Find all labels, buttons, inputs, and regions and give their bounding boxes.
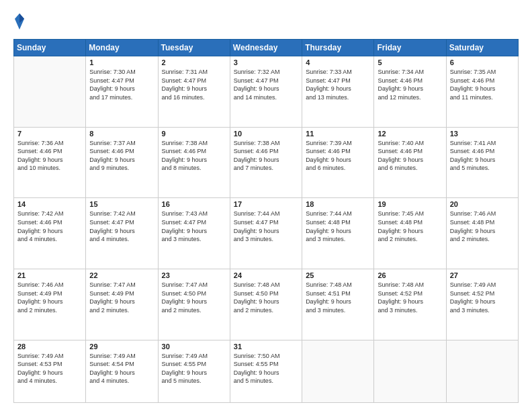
calendar-cell: 2Sunrise: 7:31 AMSunset: 4:47 PMDaylight… (158, 56, 230, 128)
calendar-cell: 20Sunrise: 7:46 AMSunset: 4:48 PMDayligh… (446, 198, 518, 269)
day-info: Sunrise: 7:48 AMSunset: 4:52 PMDaylight:… (378, 281, 442, 314)
calendar-cell: 8Sunrise: 7:37 AMSunset: 4:46 PMDaylight… (86, 127, 158, 198)
day-info: Sunrise: 7:32 AMSunset: 4:47 PMDaylight:… (234, 68, 298, 101)
day-number: 21 (17, 271, 82, 279)
day-number: 14 (17, 200, 82, 208)
day-number: 5 (378, 58, 442, 66)
calendar-cell: 3Sunrise: 7:32 AMSunset: 4:47 PMDaylight… (230, 56, 302, 128)
calendar-cell: 29Sunrise: 7:49 AMSunset: 4:54 PMDayligh… (86, 340, 158, 402)
calendar-cell: 5Sunrise: 7:34 AMSunset: 4:46 PMDaylight… (374, 56, 446, 128)
day-info: Sunrise: 7:43 AMSunset: 4:47 PMDaylight:… (162, 210, 226, 243)
calendar-cell: 4Sunrise: 7:33 AMSunset: 4:47 PMDaylight… (302, 56, 374, 128)
day-number: 6 (450, 58, 515, 66)
calendar-cell: 16Sunrise: 7:43 AMSunset: 4:47 PMDayligh… (158, 198, 230, 269)
calendar-cell (14, 56, 86, 128)
day-info: Sunrise: 7:45 AMSunset: 4:48 PMDaylight:… (378, 210, 442, 243)
day-info: Sunrise: 7:33 AMSunset: 4:47 PMDaylight:… (306, 68, 370, 101)
day-info: Sunrise: 7:35 AMSunset: 4:46 PMDaylight:… (450, 68, 515, 101)
day-info: Sunrise: 7:37 AMSunset: 4:46 PMDaylight:… (89, 139, 154, 173)
col-header-friday: Friday (374, 40, 446, 56)
calendar-cell: 18Sunrise: 7:44 AMSunset: 4:48 PMDayligh… (302, 198, 374, 269)
day-info: Sunrise: 7:39 AMSunset: 4:46 PMDaylight:… (306, 139, 370, 173)
col-header-thursday: Thursday (302, 40, 374, 56)
day-info: Sunrise: 7:30 AMSunset: 4:47 PMDaylight:… (89, 68, 154, 101)
day-info: Sunrise: 7:44 AMSunset: 4:47 PMDaylight:… (234, 210, 298, 243)
day-info: Sunrise: 7:40 AMSunset: 4:46 PMDaylight:… (378, 139, 442, 173)
day-number: 22 (89, 271, 154, 279)
logo-icon (13, 12, 26, 31)
calendar-cell: 19Sunrise: 7:45 AMSunset: 4:48 PMDayligh… (374, 198, 446, 269)
day-info: Sunrise: 7:50 AMSunset: 4:55 PMDaylight:… (234, 352, 298, 385)
calendar-cell: 17Sunrise: 7:44 AMSunset: 4:47 PMDayligh… (230, 198, 302, 269)
day-number: 8 (89, 130, 154, 138)
calendar-cell (374, 340, 446, 402)
day-number: 15 (89, 200, 154, 208)
day-info: Sunrise: 7:46 AMSunset: 4:48 PMDaylight:… (450, 210, 515, 243)
calendar-cell: 7Sunrise: 7:36 AMSunset: 4:46 PMDaylight… (14, 127, 86, 198)
calendar-cell: 28Sunrise: 7:49 AMSunset: 4:53 PMDayligh… (14, 340, 86, 402)
day-info: Sunrise: 7:49 AMSunset: 4:53 PMDaylight:… (17, 352, 82, 385)
day-number: 16 (162, 200, 226, 208)
col-header-wednesday: Wednesday (230, 40, 302, 56)
calendar-cell: 27Sunrise: 7:49 AMSunset: 4:52 PMDayligh… (446, 269, 518, 340)
day-number: 19 (378, 200, 442, 208)
calendar-cell: 9Sunrise: 7:38 AMSunset: 4:46 PMDaylight… (158, 127, 230, 198)
col-header-sunday: Sunday (14, 40, 86, 56)
day-info: Sunrise: 7:47 AMSunset: 4:49 PMDaylight:… (89, 281, 154, 314)
day-info: Sunrise: 7:42 AMSunset: 4:47 PMDaylight:… (89, 210, 154, 243)
day-info: Sunrise: 7:49 AMSunset: 4:54 PMDaylight:… (89, 352, 154, 385)
day-number: 31 (234, 342, 298, 351)
calendar-table: SundayMondayTuesdayWednesdayThursdayFrid… (13, 39, 519, 403)
day-info: Sunrise: 7:34 AMSunset: 4:46 PMDaylight:… (378, 68, 442, 101)
calendar-cell: 11Sunrise: 7:39 AMSunset: 4:46 PMDayligh… (302, 127, 374, 198)
logo (13, 12, 28, 31)
day-number: 27 (450, 271, 515, 279)
day-number: 1 (89, 58, 154, 66)
day-number: 3 (234, 58, 298, 66)
day-number: 28 (17, 342, 82, 351)
day-info: Sunrise: 7:38 AMSunset: 4:46 PMDaylight:… (234, 139, 298, 173)
calendar-cell (446, 340, 518, 402)
calendar-cell: 24Sunrise: 7:48 AMSunset: 4:50 PMDayligh… (230, 269, 302, 340)
day-number: 26 (378, 271, 442, 279)
day-number: 7 (17, 130, 82, 138)
day-info: Sunrise: 7:38 AMSunset: 4:46 PMDaylight:… (162, 139, 226, 173)
day-info: Sunrise: 7:48 AMSunset: 4:51 PMDaylight:… (306, 281, 370, 314)
day-number: 24 (234, 271, 298, 279)
day-number: 25 (306, 271, 370, 279)
calendar-cell: 22Sunrise: 7:47 AMSunset: 4:49 PMDayligh… (86, 269, 158, 340)
day-number: 17 (234, 200, 298, 208)
day-info: Sunrise: 7:41 AMSunset: 4:46 PMDaylight:… (450, 139, 515, 173)
calendar-cell: 25Sunrise: 7:48 AMSunset: 4:51 PMDayligh… (302, 269, 374, 340)
col-header-monday: Monday (86, 40, 158, 56)
header (13, 12, 519, 31)
calendar-cell: 14Sunrise: 7:42 AMSunset: 4:46 PMDayligh… (14, 198, 86, 269)
calendar-cell: 10Sunrise: 7:38 AMSunset: 4:46 PMDayligh… (230, 127, 302, 198)
day-number: 29 (89, 342, 154, 351)
day-number: 11 (306, 130, 370, 138)
day-info: Sunrise: 7:36 AMSunset: 4:46 PMDaylight:… (17, 139, 82, 173)
day-info: Sunrise: 7:44 AMSunset: 4:48 PMDaylight:… (306, 210, 370, 243)
day-number: 20 (450, 200, 515, 208)
day-number: 23 (162, 271, 226, 279)
day-number: 30 (162, 342, 226, 351)
day-info: Sunrise: 7:46 AMSunset: 4:49 PMDaylight:… (17, 281, 82, 314)
day-info: Sunrise: 7:49 AMSunset: 4:55 PMDaylight:… (162, 352, 226, 385)
day-info: Sunrise: 7:31 AMSunset: 4:47 PMDaylight:… (162, 68, 226, 101)
day-number: 4 (306, 58, 370, 66)
calendar-cell: 23Sunrise: 7:47 AMSunset: 4:50 PMDayligh… (158, 269, 230, 340)
page: SundayMondayTuesdayWednesdayThursdayFrid… (0, 0, 532, 411)
day-number: 10 (234, 130, 298, 138)
day-number: 12 (378, 130, 442, 138)
day-info: Sunrise: 7:42 AMSunset: 4:46 PMDaylight:… (17, 210, 82, 243)
day-info: Sunrise: 7:49 AMSunset: 4:52 PMDaylight:… (450, 281, 515, 314)
calendar-cell: 26Sunrise: 7:48 AMSunset: 4:52 PMDayligh… (374, 269, 446, 340)
calendar-cell: 31Sunrise: 7:50 AMSunset: 4:55 PMDayligh… (230, 340, 302, 402)
calendar-cell (302, 340, 374, 402)
calendar-cell: 12Sunrise: 7:40 AMSunset: 4:46 PMDayligh… (374, 127, 446, 198)
calendar-cell: 21Sunrise: 7:46 AMSunset: 4:49 PMDayligh… (14, 269, 86, 340)
day-info: Sunrise: 7:48 AMSunset: 4:50 PMDaylight:… (234, 281, 298, 314)
day-number: 2 (162, 58, 226, 66)
day-number: 13 (450, 130, 515, 138)
calendar-cell: 15Sunrise: 7:42 AMSunset: 4:47 PMDayligh… (86, 198, 158, 269)
